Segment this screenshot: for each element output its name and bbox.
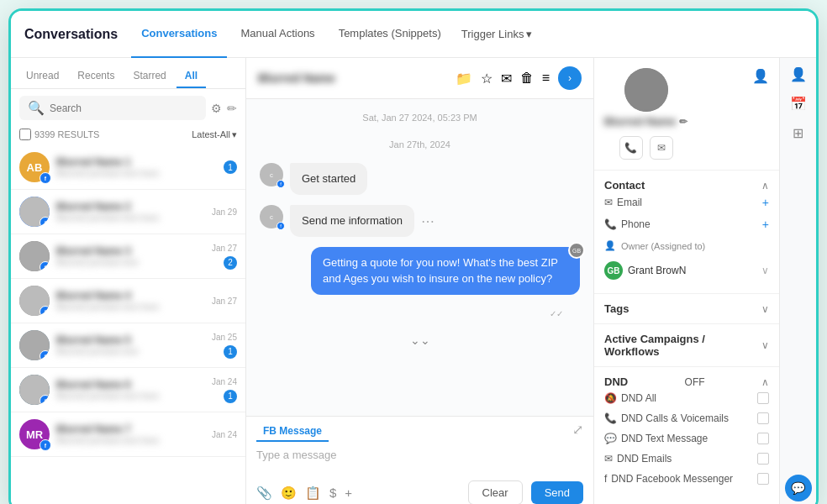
list-item[interactable]: MR f Blurred Name 7 Blurred preview text… xyxy=(11,412,245,457)
dnd-emails-checkbox[interactable] xyxy=(757,453,769,465)
conv-meta: 1 xyxy=(224,160,237,174)
list-item[interactable]: f Blurred Name 5 Blurred preview text Ja… xyxy=(11,323,245,368)
conv-preview: Blurred preview text here xyxy=(56,391,205,401)
tab-starred[interactable]: Starred xyxy=(124,65,174,88)
support-chat-button[interactable]: 💬 xyxy=(785,475,812,501)
dnd-all-row: 🔕 DND All xyxy=(604,388,769,408)
folder-icon[interactable]: 📁 xyxy=(456,71,472,87)
section-title: Tags xyxy=(604,302,629,315)
sidebar-search-area: 🔍 ⚙ ✏ xyxy=(11,89,245,127)
list-item[interactable]: f Blurred Name 6 Blurred preview text he… xyxy=(11,368,245,412)
message-more-icon[interactable]: ⋯ xyxy=(421,213,435,229)
contact-name: Blurred Name ✏ xyxy=(604,115,687,128)
dnd-status: OFF xyxy=(685,376,705,388)
search-input[interactable] xyxy=(50,102,198,114)
far-right-panel: 👤 📅 ⊞ 💬 xyxy=(779,58,816,504)
phone-label: 📞 Phone xyxy=(604,218,651,230)
search-box[interactable]: 🔍 xyxy=(19,96,206,120)
star-icon[interactable]: ☆ xyxy=(481,71,493,87)
conv-preview: Blurred preview text here xyxy=(56,302,205,312)
dnd-text-label: 💬 DND Text Message xyxy=(604,433,708,444)
scroll-down-button[interactable]: ⌄⌄ xyxy=(410,333,430,347)
conv-date: Jan 27 xyxy=(212,297,237,306)
message-input[interactable]: Type a message xyxy=(246,442,593,475)
edit-icon[interactable]: ✏ xyxy=(679,116,687,128)
dnd-text-checkbox[interactable] xyxy=(757,433,769,444)
dnd-calls-checkbox[interactable] xyxy=(757,412,769,424)
list-item[interactable]: f Blurred Name 3 Blurred preview text Ja… xyxy=(11,234,245,279)
conv-meta: Jan 24 1 xyxy=(212,377,237,403)
add-phone-button[interactable]: + xyxy=(762,218,769,231)
dnd-facebook-checkbox[interactable] xyxy=(757,473,769,485)
email-icon: ✉ xyxy=(604,453,613,465)
campaigns-section-header[interactable]: Active Campaigns / Workflows ∨ xyxy=(604,333,769,358)
person-icon[interactable]: 👤 xyxy=(752,68,769,84)
avatar: f xyxy=(19,286,50,316)
channel-badge-fb: f xyxy=(40,350,50,360)
main-content: Unread Recents Starred All 🔍 ⚙ xyxy=(11,58,816,504)
tab-recents[interactable]: Recents xyxy=(69,65,123,88)
conv-name: Blurred Name 7 xyxy=(56,423,205,435)
tab-trigger-links[interactable]: Trigger Links ▾ xyxy=(455,23,540,45)
sort-selector[interactable]: Latest-All ▾ xyxy=(192,129,237,140)
conv-name: Blurred Name 1 xyxy=(56,156,217,168)
tab-unread[interactable]: Unread xyxy=(18,65,67,88)
list-item[interactable]: f Blurred Name 4 Blurred preview text he… xyxy=(11,279,245,323)
add-email-button[interactable]: + xyxy=(762,196,769,209)
dnd-calls-row: 📞 DND Calls & Voicemails xyxy=(604,408,769,428)
compose-icon[interactable]: ✏ xyxy=(227,102,237,115)
unread-badge: 1 xyxy=(224,390,237,403)
trash-icon[interactable]: 🗑 xyxy=(520,71,534,86)
dollar-icon[interactable]: $ xyxy=(329,486,336,500)
contact-quick-actions: 📞 ✉ xyxy=(619,136,673,160)
dnd-all-checkbox[interactable] xyxy=(757,392,769,404)
select-all-checkbox[interactable] xyxy=(19,129,31,140)
email-icon[interactable]: ✉ xyxy=(501,71,512,87)
plus-icon[interactable]: + xyxy=(345,486,352,500)
chevron-down-icon: ▾ xyxy=(232,129,237,140)
calendar-nav-icon[interactable]: 📅 xyxy=(790,96,807,112)
channel-indicator: f xyxy=(277,180,285,188)
tab-templates[interactable]: Templates (Snippets) xyxy=(329,11,451,58)
conv-info: Blurred Name 6 Blurred preview text here xyxy=(56,379,205,401)
tags-section-header[interactable]: Tags ∨ xyxy=(604,302,769,315)
sms-icon: 💬 xyxy=(604,433,617,444)
chat-header: Blurred Name 📁 ☆ ✉ 🗑 ≡ › xyxy=(246,58,593,99)
tab-conversations[interactable]: Conversations xyxy=(131,11,227,58)
list-item[interactable]: AB f Blurred Name 1 Blurred preview text… xyxy=(11,145,245,190)
contact-section-header[interactable]: Contact ∧ xyxy=(604,179,769,192)
input-tab-fb-message[interactable]: FB Message xyxy=(256,422,329,442)
email-button[interactable]: ✉ xyxy=(650,136,673,160)
tab-all[interactable]: All xyxy=(176,65,206,88)
call-button[interactable]: 📞 xyxy=(619,136,643,160)
dnd-icon: 🔕 xyxy=(604,392,617,404)
owner-chevron[interactable]: ∨ xyxy=(761,265,769,276)
grid-nav-icon[interactable]: ⊞ xyxy=(793,125,803,141)
filter-icon[interactable]: ⚙ xyxy=(211,102,222,115)
person-nav-icon[interactable]: 👤 xyxy=(790,66,807,82)
dnd-section: DND OFF ∧ 🔕 DND All 📞 DND Calls & Voicem… xyxy=(594,367,779,497)
clear-button[interactable]: Clear xyxy=(468,480,523,504)
emoji-icon[interactable]: 🙂 xyxy=(281,486,297,501)
avatar: f xyxy=(19,375,50,405)
chevron-up-icon: ∧ xyxy=(761,180,769,192)
app-wrapper: Conversations Conversations Manual Actio… xyxy=(8,8,819,504)
message-row: c f Get started xyxy=(260,163,580,195)
avatar: AB f xyxy=(19,152,50,182)
list-item[interactable]: f Blurred Name 2 Blurred preview text he… xyxy=(11,190,245,234)
chevron-down-icon: ▾ xyxy=(526,28,532,40)
attach-icon[interactable]: 📎 xyxy=(256,486,272,501)
tab-manual-actions[interactable]: Manual Actions xyxy=(230,11,324,58)
dnd-text-row: 💬 DND Text Message xyxy=(604,428,769,449)
conv-preview: Blurred preview text here xyxy=(56,435,205,445)
dnd-facebook-row: f DND Facebook Messenger xyxy=(604,469,769,489)
dnd-section-header[interactable]: DND OFF ∧ xyxy=(604,375,769,388)
send-button[interactable]: Send xyxy=(531,481,583,504)
forward-button[interactable]: › xyxy=(558,66,582,90)
filter-icon[interactable]: ≡ xyxy=(542,71,550,86)
expand-icon[interactable]: ⤢ xyxy=(572,422,583,442)
chat-input-area: FB Message ⤢ Type a message 📎 🙂 📋 $ + Cl… xyxy=(246,416,593,504)
note-icon[interactable]: 📋 xyxy=(305,486,321,501)
conv-name: Blurred Name 2 xyxy=(56,201,205,213)
channel-badge-fb: f xyxy=(40,395,50,405)
